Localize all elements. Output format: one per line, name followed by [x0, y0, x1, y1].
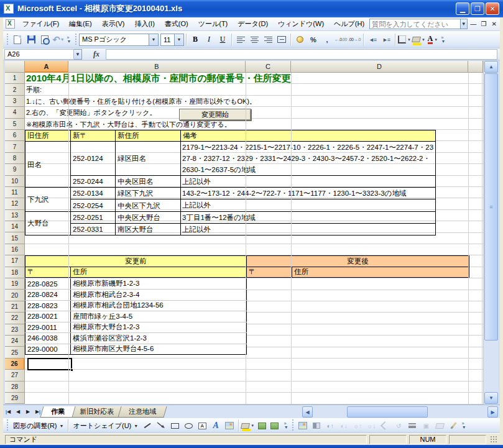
- menu-item[interactable]: ファイル(F): [17, 18, 64, 30]
- row-header-22[interactable]: 22: [5, 313, 25, 324]
- column-header-A[interactable]: A: [25, 61, 68, 73]
- column-header-D[interactable]: D: [291, 61, 468, 73]
- menu-item[interactable]: ツール(T): [193, 18, 233, 30]
- font-size-select[interactable]: 11 ▼: [160, 34, 184, 46]
- new-zip-cell[interactable]: 252-0254: [71, 199, 116, 211]
- autoshapes-menu[interactable]: オートシェイプ(U)▼: [70, 420, 141, 432]
- row-header-28[interactable]: 28: [5, 382, 25, 393]
- old-address-cell[interactable]: 田名: [25, 142, 71, 188]
- row-header-3[interactable]: 3: [5, 96, 25, 107]
- merge-center-icon[interactable]: [275, 33, 288, 47]
- fill-color-icon[interactable]: ▼: [412, 33, 426, 47]
- zip-cell[interactable]: 228-0021: [25, 311, 71, 322]
- brightness-up-icon[interactable]: ☼↑: [351, 419, 364, 432]
- toolbar-options-icon[interactable]: »▼: [282, 419, 290, 432]
- note-cell[interactable]: 上記以外: [181, 199, 436, 211]
- new-address-cell[interactable]: 南区大野台: [116, 223, 181, 235]
- vertical-scrollbar-thumb[interactable]: ≡: [484, 73, 498, 341]
- chevron-down-icon[interactable]: ▼: [434, 38, 438, 42]
- fill-color-icon[interactable]: ▼: [241, 419, 255, 432]
- column-header-partial[interactable]: [468, 61, 483, 73]
- workbook-minimize-button[interactable]: —: [469, 19, 478, 29]
- new-address-cell[interactable]: 中央区下九沢: [116, 199, 181, 211]
- brightness-down-icon[interactable]: ☼↓: [364, 419, 378, 432]
- percent-icon[interactable]: %: [307, 33, 320, 47]
- crop-icon[interactable]: [378, 419, 392, 432]
- column-header-C[interactable]: C: [246, 61, 291, 73]
- row-header-21[interactable]: 21: [5, 301, 25, 313]
- shadow-style-icon[interactable]: [255, 419, 269, 432]
- old-address-cell[interactable]: 下九沢: [25, 188, 71, 211]
- row-header-2[interactable]: 2: [5, 84, 25, 95]
- row-header-16[interactable]: 16: [5, 244, 25, 255]
- selected-cell-outline[interactable]: [27, 358, 72, 370]
- new-document-icon[interactable]: [11, 33, 24, 47]
- new-address-cell[interactable]: 中央区大野台: [116, 211, 181, 223]
- contrast-down-icon[interactable]: ◐↓: [337, 419, 351, 432]
- horizontal-scrollbar[interactable]: ◀ ▶: [302, 406, 498, 418]
- column-header-B[interactable]: B: [68, 61, 246, 73]
- align-right-icon[interactable]: [261, 33, 275, 47]
- format-picture-icon[interactable]: [446, 419, 460, 432]
- zip-cell[interactable]: 229-0011: [25, 322, 71, 333]
- new-zip-cell[interactable]: 252-0124: [71, 142, 116, 176]
- undo-icon[interactable]: ↶▼: [52, 33, 65, 47]
- underline-icon[interactable]: U: [216, 33, 229, 47]
- sheet-tab-3[interactable]: 注意地域: [118, 406, 167, 418]
- toolbar-grip[interactable]: [6, 34, 9, 46]
- restore-button[interactable]: ❐: [471, 2, 484, 15]
- note-cell[interactable]: 143-2〜173-12・244-2〜722-7・1171〜1177・1230-…: [181, 188, 436, 199]
- row-header-29[interactable]: 29: [5, 393, 25, 404]
- sheet-tab-1[interactable]: 作業: [40, 406, 75, 418]
- resize-grip-icon[interactable]: [490, 436, 498, 444]
- increase-decimal-icon[interactable]: ←.0.00: [334, 33, 348, 47]
- row-header-9[interactable]: 9: [5, 164, 25, 175]
- zip-cell[interactable]: 228-0824: [25, 290, 71, 301]
- text-box-icon[interactable]: A: [195, 419, 209, 432]
- note-cell[interactable]: 上記以外: [181, 176, 436, 188]
- menu-item[interactable]: 編集(E): [64, 18, 97, 30]
- font-color-icon[interactable]: A▼: [426, 33, 440, 47]
- address-cell[interactable]: 相模原市相武台2-3-4: [71, 290, 247, 301]
- chevron-down-icon[interactable]: ▼: [174, 34, 183, 45]
- zip-cell[interactable]: 228-0825: [25, 278, 71, 290]
- workbook-close-button[interactable]: ✕: [489, 19, 499, 29]
- row-header-5[interactable]: 5: [5, 119, 25, 130]
- vertical-scrollbar[interactable]: ▲ ≡ ▼: [483, 61, 498, 405]
- row-header-20[interactable]: 20: [5, 290, 25, 301]
- row-header-8[interactable]: 8: [5, 153, 25, 164]
- clip-art-icon[interactable]: [223, 419, 236, 432]
- row-header-7[interactable]: 7: [5, 141, 25, 152]
- menu-item[interactable]: 挿入(I): [129, 18, 159, 30]
- rotate-left-icon[interactable]: ↺: [392, 419, 405, 432]
- decrease-decimal-icon[interactable]: .00→.0: [348, 33, 361, 47]
- row-header-10[interactable]: 10: [5, 176, 25, 187]
- scroll-left-icon[interactable]: ◀: [302, 406, 313, 418]
- fill-handle[interactable]: [70, 368, 73, 372]
- row-header-14[interactable]: 14: [5, 221, 25, 232]
- insert-picture-icon[interactable]: [296, 419, 310, 432]
- scroll-down-icon[interactable]: ▼: [484, 392, 498, 404]
- row-header-13[interactable]: 13: [5, 210, 25, 221]
- formula-input[interactable]: [106, 49, 497, 60]
- address-cell[interactable]: 相模原市相武台団地1234-56: [71, 300, 247, 311]
- row-header-25[interactable]: 25: [5, 347, 25, 358]
- horizontal-scrollbar-thumb[interactable]: [347, 406, 428, 418]
- minimize-button[interactable]: ▁: [456, 2, 469, 15]
- new-address-cell[interactable]: 緑区下九沢: [116, 188, 181, 199]
- contrast-up-icon[interactable]: ◐↑: [323, 419, 337, 432]
- wordart-icon[interactable]: A: [209, 419, 223, 432]
- borders-icon[interactable]: ▼: [397, 33, 412, 47]
- row-header-19[interactable]: 19: [5, 278, 25, 290]
- row-header-24[interactable]: 24: [5, 336, 25, 347]
- next-sheet-icon[interactable]: ▶: [23, 407, 33, 417]
- prev-sheet-icon[interactable]: ◀: [13, 407, 23, 417]
- row-header-12[interactable]: 12: [5, 198, 25, 209]
- address-cell[interactable]: 相模原市大野台1-2-3: [71, 322, 247, 333]
- new-address-cell[interactable]: 緑区田名: [116, 142, 181, 176]
- chevron-down-icon[interactable]: ▼: [422, 38, 425, 42]
- menu-item[interactable]: 表示(V): [97, 18, 130, 30]
- run-macro-button[interactable]: 変更開始: [179, 109, 251, 121]
- old-address-cell[interactable]: 大野台: [25, 211, 71, 235]
- toolbar-grip[interactable]: [292, 419, 294, 432]
